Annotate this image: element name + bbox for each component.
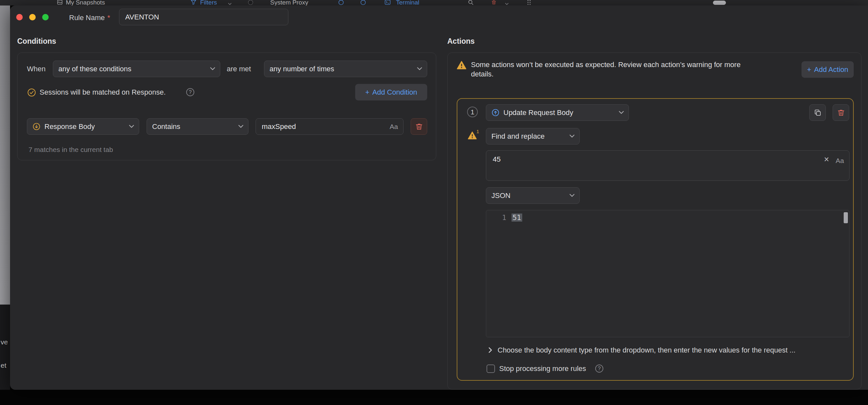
status-circle-icon[interactable] <box>338 0 344 5</box>
find-field: 45 × Aa <box>486 150 849 181</box>
stop-processing-label: Stop processing more rules <box>499 365 586 373</box>
content-type-select[interactable]: JSON <box>486 187 580 204</box>
action-warning-icon: 1 <box>468 131 477 141</box>
condition-operator-select[interactable]: Contains <box>147 118 248 135</box>
warning-count-badge: 1 <box>476 129 479 134</box>
session-match-note: Sessions will be matched on Response. <box>39 84 166 100</box>
chevron-right-icon <box>488 347 493 353</box>
toolbar-toggle[interactable] <box>713 1 726 5</box>
screen: My Snapshots Filters System Proxy Termin… <box>0 0 868 405</box>
condition-value-field: Aa <box>256 118 404 135</box>
plus-icon: + <box>807 65 811 74</box>
delete-action-button[interactable] <box>833 104 849 121</box>
chevron-down-icon <box>238 125 244 128</box>
filter-icon <box>191 0 196 5</box>
condition-scope-select[interactable]: any of these conditions <box>53 61 220 77</box>
grid-dots-icon[interactable] <box>527 0 531 5</box>
conditions-section: When any of these conditions are met any… <box>17 53 436 160</box>
background-fragment: et <box>1 362 6 369</box>
delete-condition-button[interactable] <box>411 118 427 135</box>
add-action-button[interactable]: + Add Action <box>802 61 854 78</box>
editor-line-number: 1 <box>486 213 506 222</box>
request-body-icon <box>491 108 499 116</box>
rule-editor-dialog: Rule Name * Conditions When any of these… <box>10 5 868 390</box>
chevron-down-icon <box>619 111 624 114</box>
search-icon[interactable] <box>468 0 473 5</box>
frequency-select[interactable]: any number of times <box>264 61 427 77</box>
rule-name-label-row: Rule Name * <box>69 13 110 22</box>
chevron-down-icon[interactable] <box>505 1 509 5</box>
action-index-badge: 1 <box>467 107 478 117</box>
toolbar-item-filters[interactable]: Filters <box>200 0 217 5</box>
trash-icon <box>837 108 845 117</box>
case-sensitivity-toggle[interactable]: Aa <box>390 123 398 131</box>
toolbar-item-terminal[interactable]: Terminal <box>396 0 420 5</box>
chevron-down-icon <box>569 134 575 138</box>
close-window-button[interactable] <box>16 14 23 21</box>
zoom-window-button[interactable] <box>42 14 49 21</box>
toolbar-item-my-snapshots[interactable]: My Snapshots <box>66 0 105 5</box>
when-label: When <box>27 61 45 77</box>
chevron-down-icon <box>129 125 134 128</box>
conditions-title: Conditions <box>17 37 56 46</box>
response-body-icon <box>32 123 40 131</box>
action-type-select[interactable]: Update Request Body <box>486 104 629 121</box>
rule-name-input[interactable] <box>119 9 288 25</box>
actions-warning-text: Some actions won’t be executed as expect… <box>471 60 756 79</box>
warning-icon <box>457 61 466 71</box>
actions-title: Actions <box>447 37 474 46</box>
help-icon[interactable]: ? <box>595 365 603 373</box>
add-condition-button[interactable]: + Add Condition <box>355 84 427 100</box>
terminal-icon <box>385 0 391 5</box>
snapshots-icon <box>57 0 63 5</box>
action-card: 1 Update Request Body 1 <box>457 98 854 381</box>
condition-value-input[interactable] <box>262 123 390 131</box>
body-editor[interactable]: 1 51 <box>486 210 849 337</box>
stop-processing-checkbox[interactable] <box>487 365 495 373</box>
chevron-down-icon <box>569 194 575 197</box>
match-count-note: 7 matches in the current tab <box>29 146 113 154</box>
check-circle-icon <box>27 88 36 98</box>
plus-icon: + <box>365 88 369 97</box>
hint-disclosure[interactable] <box>488 347 493 355</box>
find-input[interactable]: 45 <box>486 151 807 180</box>
background-fragment: ve <box>1 338 8 346</box>
editor-scrollbar-thumb[interactable] <box>844 212 848 223</box>
clear-input-icon[interactable]: × <box>824 155 829 164</box>
condition-field-select[interactable]: Response Body <box>27 118 139 135</box>
trash-icon[interactable] <box>491 0 497 5</box>
chevron-down-icon <box>417 67 422 71</box>
copy-icon <box>813 108 822 117</box>
toolbar-item-system-proxy[interactable]: System Proxy <box>270 0 308 5</box>
background-left-strip <box>0 5 10 305</box>
required-asterisk: * <box>107 13 110 22</box>
background-toolbar: My Snapshots Filters System Proxy Termin… <box>0 0 868 5</box>
chevron-down-icon[interactable] <box>228 1 232 5</box>
replace-mode-select[interactable]: Find and replace <box>486 128 580 144</box>
minimize-window-button[interactable] <box>29 14 36 21</box>
status-circle-icon[interactable] <box>360 0 366 5</box>
help-icon[interactable]: ? <box>186 88 194 96</box>
editor-selected-text: 51 <box>512 213 522 222</box>
hint-text: Choose the body content type from the dr… <box>498 346 846 355</box>
are-met-label: are met <box>227 61 251 77</box>
rule-name-label: Rule Name <box>69 13 105 22</box>
background-left-strip-dark: ve et <box>0 305 10 390</box>
actions-section: Some actions won’t be executed as expect… <box>447 53 862 390</box>
trash-icon <box>415 123 423 131</box>
duplicate-action-button[interactable] <box>809 104 826 121</box>
toggle-knob-icon[interactable] <box>248 0 253 5</box>
case-sensitivity-toggle[interactable]: Aa <box>836 157 844 165</box>
chevron-down-icon <box>210 67 215 71</box>
